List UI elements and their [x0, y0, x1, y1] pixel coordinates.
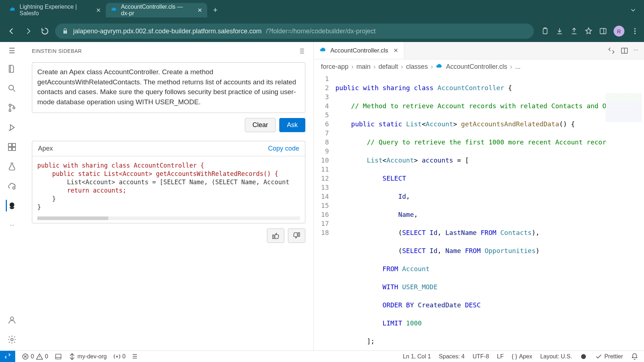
indentation[interactable]: Spaces: 4 [439, 353, 465, 360]
ask-button[interactable]: Ask [279, 118, 305, 132]
main: ☰ ··· EINSTEIN SIDEBAR Clear Ask Apex Co… [0, 42, 644, 350]
prompt-actions: Clear Ask [32, 118, 305, 132]
feedback-row [32, 228, 305, 243]
salesforce-cloud-icon [111, 7, 117, 13]
editor-tab-label: AccountController.cls [330, 47, 388, 54]
code-body[interactable]: public with sharing class AccountControl… [32, 156, 305, 216]
run-debug-icon[interactable] [6, 122, 18, 133]
clipboard-icon[interactable] [541, 27, 549, 35]
breadcrumb-segment[interactable]: classes [406, 63, 428, 71]
keyboard-layout[interactable]: Layout: U.S. [540, 353, 572, 360]
svg-point-8 [13, 107, 15, 109]
back-button[interactable] [5, 25, 18, 38]
more-icon[interactable]: ··· [6, 219, 18, 231]
search-icon[interactable] [6, 83, 18, 94]
einstein-title: EINSTEIN SIDEBAR [32, 48, 82, 54]
copilot-icon[interactable] [580, 353, 587, 360]
eol[interactable]: LF [497, 353, 504, 360]
cursor-position[interactable]: Ln 1, Col 1 [403, 353, 431, 360]
breadcrumb-segment[interactable]: force-app [321, 63, 348, 71]
clear-button[interactable]: Clear [245, 118, 276, 132]
prompt-textarea[interactable] [32, 62, 305, 113]
prettier-indicator[interactable]: Prettier [595, 353, 623, 360]
notifications-icon[interactable] [631, 353, 638, 360]
thumbs-down-button[interactable] [288, 228, 305, 243]
download-icon[interactable] [556, 27, 564, 35]
split-editor-icon[interactable] [620, 47, 628, 55]
star-icon[interactable] [585, 27, 593, 35]
breadcrumb-segment[interactable]: ... [515, 63, 520, 71]
reload-button[interactable] [38, 25, 51, 38]
breadcrumbs[interactable]: force-app› main› default› classes› Accou… [314, 59, 644, 74]
remote-indicator[interactable] [0, 351, 15, 362]
gear-icon[interactable] [6, 334, 18, 345]
activity-bar: ☰ ··· [0, 42, 24, 350]
language-mode[interactable]: { } Apex [512, 353, 532, 360]
source-control-icon[interactable] [6, 102, 18, 114]
testing-icon[interactable] [6, 161, 18, 172]
svg-point-5 [9, 85, 13, 90]
minimap[interactable] [606, 93, 642, 122]
list-icon[interactable] [297, 47, 305, 55]
side-panel-icon[interactable] [599, 27, 607, 35]
toolbar-right: R [538, 26, 639, 37]
new-tab-button[interactable]: + [207, 5, 223, 15]
svg-rect-1 [600, 29, 606, 34]
breadcrumb-segment[interactable]: AccountController.cls [446, 63, 507, 71]
chrome-menu-icon[interactable] [630, 7, 644, 14]
explorer-icon[interactable] [6, 63, 18, 75]
editor-tab[interactable]: AccountController.cls ✕ [314, 42, 404, 59]
kebab-icon[interactable] [631, 27, 639, 35]
code-editor[interactable]: 123456789101112131415161718 public with … [314, 74, 644, 350]
copy-code-button[interactable]: Copy code [268, 145, 299, 152]
svg-point-7 [9, 110, 11, 111]
svg-rect-10 [8, 147, 12, 151]
avatar[interactable]: R [614, 26, 624, 37]
code-language-label: Apex [38, 145, 53, 152]
svg-point-21 [581, 354, 586, 359]
thumbs-up-button[interactable] [267, 228, 284, 243]
org-indicator[interactable]: my-dev-org [68, 353, 107, 360]
editor-actions: ··· [607, 47, 644, 55]
breadcrumb-segment[interactable]: default [379, 63, 398, 71]
browser-chrome: Lightning Experience | Salesfo ✕ Account… [0, 0, 644, 42]
close-icon[interactable]: ✕ [96, 7, 101, 14]
svg-point-3 [634, 30, 636, 32]
browser-tab-2-title: AccountController.cls — dx-pr [121, 4, 192, 17]
code-lines[interactable]: public with sharing class AccountControl… [335, 74, 644, 350]
share-icon[interactable] [570, 27, 578, 35]
editor-tab-bar: AccountController.cls ✕ ··· [314, 42, 644, 59]
close-icon[interactable]: ✕ [393, 47, 398, 54]
more-actions-icon[interactable]: ··· [633, 47, 638, 55]
extensions-icon[interactable] [6, 141, 18, 153]
salesforce-cloud-icon [319, 47, 327, 54]
einstein-sidebar: EINSTEIN SIDEBAR Clear Ask Apex Copy cod… [24, 42, 314, 350]
cloud-icon[interactable] [6, 180, 18, 192]
close-icon[interactable]: ✕ [197, 7, 202, 14]
problems-indicator[interactable]: 0 0 [22, 353, 48, 360]
einstein-icon[interactable] [6, 200, 17, 211]
encoding[interactable]: UTF-8 [473, 353, 489, 360]
panel-toggle-icon[interactable] [55, 353, 62, 360]
svg-rect-9 [8, 143, 12, 147]
compare-icon[interactable] [607, 47, 615, 55]
svg-point-13 [13, 187, 15, 189]
einstein-header: EINSTEIN SIDEBAR [24, 42, 313, 59]
salesforce-cloud-icon [9, 7, 16, 13]
hamburger-icon[interactable]: ☰ [9, 46, 15, 55]
url-domain: jalapeno-agvrym.pdx.002.sf.code-builder.… [73, 28, 262, 35]
svg-point-4 [634, 33, 636, 34]
svg-point-20 [116, 356, 117, 357]
broadcast-indicator[interactable]: 0 [113, 353, 126, 360]
browser-tab-2[interactable]: AccountController.cls — dx-pr ✕ [106, 3, 207, 17]
forward-button[interactable] [22, 25, 35, 38]
editor-area: AccountController.cls ✕ ··· force-app› m… [314, 42, 644, 350]
account-icon[interactable] [6, 314, 18, 326]
horizontal-scrollbar[interactable] [37, 216, 300, 220]
svg-rect-19 [55, 354, 61, 359]
browser-tab-1[interactable]: Lightning Experience | Salesfo ✕ [4, 3, 106, 17]
code-card-header: Apex Copy code [32, 141, 305, 156]
menu-icon[interactable]: ☰ [132, 353, 137, 360]
address-bar[interactable]: jalapeno-agvrym.pdx.002.sf.code-builder.… [55, 24, 534, 39]
breadcrumb-segment[interactable]: main [356, 63, 371, 71]
